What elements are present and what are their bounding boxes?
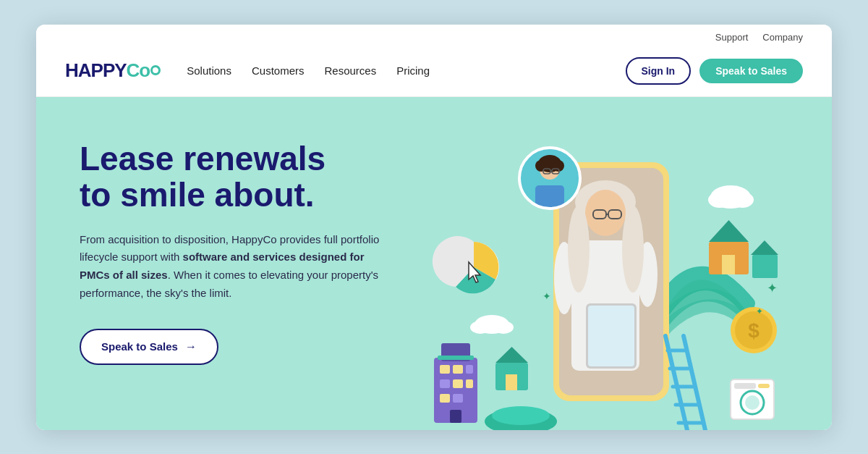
svg-rect-41 — [453, 365, 463, 374]
svg-point-7 — [731, 192, 754, 208]
signin-button[interactable]: Sign In — [626, 57, 692, 85]
svg-marker-4 — [751, 240, 778, 255]
speak-to-sales-button[interactable]: Speak to Sales — [699, 59, 803, 83]
main-nav: HAPPYCo Solutions Customers Resources Pr… — [65, 49, 803, 96]
svg-point-70 — [745, 395, 760, 410]
cloud-top-right — [708, 185, 754, 209]
dollar-coin: $ — [731, 307, 777, 353]
top-bar: Support Company HAPPYCo Solutions Custom… — [36, 25, 832, 97]
house-right — [709, 220, 778, 278]
company-link[interactable]: Company — [762, 32, 803, 43]
arrow-icon: → — [185, 340, 197, 353]
nav-solutions[interactable]: Solutions — [187, 64, 231, 77]
nav-pricing[interactable]: Pricing — [396, 64, 430, 77]
hero-cta-label: Speak to Sales — [101, 340, 178, 353]
avatar-circle — [519, 148, 580, 209]
svg-point-22 — [622, 206, 644, 293]
svg-rect-67 — [506, 374, 517, 390]
nav-customers[interactable]: Customers — [252, 64, 305, 77]
hero-cta-button[interactable]: Speak to Sales → — [80, 329, 218, 365]
svg-text:✦: ✦ — [756, 306, 763, 316]
svg-rect-72 — [758, 384, 770, 388]
svg-marker-1 — [709, 220, 749, 242]
svg-point-6 — [708, 192, 731, 208]
svg-rect-2 — [722, 255, 735, 274]
logo[interactable]: HAPPYCo — [65, 59, 161, 82]
hero-svg-illustration: $ ✦ ✦ ✦ — [427, 133, 788, 430]
svg-rect-3 — [752, 255, 778, 278]
svg-rect-42 — [466, 365, 473, 374]
logo-happy: HAPPY — [65, 59, 127, 81]
hero-section: Lease renewals to smile about. From acqu… — [36, 97, 832, 430]
hero-content: Lease renewals to smile about. From acqu… — [80, 133, 427, 430]
small-house-bottom — [495, 347, 528, 390]
svg-point-10 — [493, 321, 514, 334]
nav-left: HAPPYCo Solutions Customers Resources Pr… — [65, 59, 430, 82]
svg-rect-40 — [440, 365, 450, 374]
svg-rect-34 — [535, 185, 564, 207]
nav-right: Sign In Speak to Sales — [626, 57, 804, 85]
svg-rect-47 — [453, 394, 463, 403]
ladder — [665, 336, 705, 430]
svg-rect-44 — [453, 379, 463, 388]
hero-description: From acquisition to disposition, HappyCo… — [80, 231, 391, 303]
svg-rect-48 — [450, 410, 461, 423]
utility-nav: Support Company — [65, 32, 803, 49]
svg-rect-24 — [588, 306, 634, 366]
ground-roll — [485, 406, 557, 430]
logo-co: Co — [127, 59, 161, 81]
svg-rect-49 — [438, 356, 474, 360]
svg-text:✦: ✦ — [542, 290, 551, 302]
building — [434, 343, 477, 423]
hero-title: Lease renewals to smile about. — [80, 140, 427, 214]
svg-rect-46 — [440, 394, 450, 403]
svg-point-29 — [535, 160, 547, 172]
appliance — [731, 379, 774, 419]
browser-window: Support Company HAPPYCo Solutions Custom… — [36, 25, 832, 430]
support-link[interactable]: Support — [715, 32, 749, 43]
pie-chart — [433, 236, 499, 293]
logo-text: HAPPYCo — [65, 59, 161, 82]
svg-point-64 — [492, 406, 550, 425]
cloud-mid — [470, 315, 514, 334]
svg-rect-43 — [440, 379, 450, 388]
svg-rect-71 — [734, 383, 756, 389]
nav-resources[interactable]: Resources — [325, 64, 377, 77]
svg-text:$: $ — [748, 319, 760, 342]
svg-point-21 — [568, 206, 590, 293]
svg-marker-66 — [495, 347, 528, 363]
svg-text:✦: ✦ — [767, 281, 778, 295]
logo-o-circle — [150, 65, 161, 75]
svg-point-9 — [470, 321, 490, 334]
hero-illustration: $ ✦ ✦ ✦ — [427, 133, 788, 430]
nav-links: Solutions Customers Resources Pricing — [187, 64, 430, 77]
svg-rect-45 — [466, 379, 473, 388]
